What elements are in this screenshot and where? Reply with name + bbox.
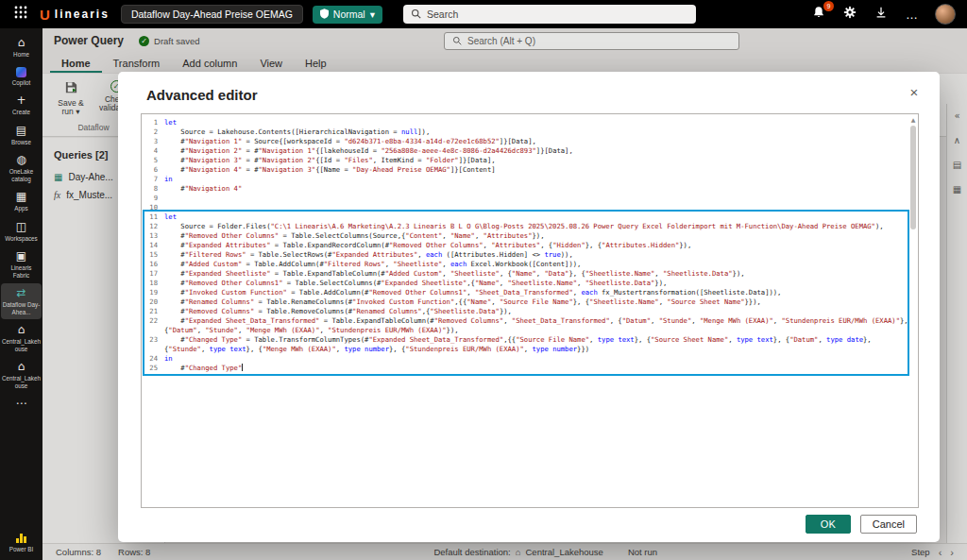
code-editor[interactable]: 1let2 Source = Lakehouse.Contents([Hiera… bbox=[141, 113, 919, 508]
advanced-editor-dialog: Advanced editor × 1let2 Source = Lakehou… bbox=[118, 72, 940, 542]
line-number: 8 bbox=[142, 184, 164, 194]
topbar-actions: 9 … bbox=[810, 4, 967, 25]
create-icon: + bbox=[16, 94, 25, 107]
left-nav-rail: ⌂HomeCopilot+Create▤Browse◍OneLake catal… bbox=[0, 28, 42, 560]
code-line: 16 #"Added Custom" = Table.AddColumn(#"F… bbox=[142, 260, 914, 269]
dialog-actions: OK Cancel bbox=[806, 515, 917, 534]
more-options-button[interactable]: … bbox=[904, 6, 921, 23]
sensitivity-label: Normal bbox=[333, 8, 365, 20]
line-number: 25 bbox=[142, 364, 164, 373]
code-line: 22 #"Expanded Sheet_Data_Transformed" = … bbox=[142, 316, 914, 335]
sensitivity-label-button[interactable]: Normal ▾ bbox=[313, 6, 382, 24]
dataflow-title-pill[interactable]: Dataflow Day-Ahead Preise OEMAG bbox=[121, 5, 303, 24]
line-number: 12 bbox=[142, 222, 164, 231]
linearis-logo-icon: U bbox=[40, 8, 50, 22]
code-line: 17 #"Expanded Sheetliste" = Table.Expand… bbox=[142, 269, 914, 279]
code-line-text: #"Expanded Sheet_Data_Transformed" = Tab… bbox=[164, 316, 914, 335]
close-icon[interactable]: × bbox=[904, 82, 925, 103]
code-line: 21 #"Removed Columns" = Table.RemoveColu… bbox=[142, 307, 914, 316]
line-number: 4 bbox=[142, 146, 164, 156]
sidebar-item-label: Power BI bbox=[9, 546, 34, 553]
sidebar-item-label: Create bbox=[12, 109, 30, 116]
code-line: 19 #"Invoked Custom Function" = Table.Ad… bbox=[142, 288, 914, 297]
search-icon bbox=[411, 8, 421, 21]
sidebar-item-dataflow-day-ahead[interactable]: ⇄Dataflow Day-Ahea... bbox=[1, 283, 42, 319]
code-line: 20 #"Renamed Columns" = Table.RenameColu… bbox=[142, 297, 914, 307]
line-number: 18 bbox=[142, 279, 164, 288]
code-lines: 1let2 Source = Lakehouse.Contents([Hiera… bbox=[142, 114, 918, 373]
code-line: 25 #"Changed Type" bbox=[142, 364, 914, 373]
code-line-text: Source = Folder.Files("C:\1 Linearis\A.6… bbox=[164, 222, 914, 231]
code-line: 3 #"Navigation 1" = Source{[workspaceId … bbox=[142, 137, 914, 146]
code-line-text: #"Navigation 2" = #"Navigation 1"{[lakeh… bbox=[164, 146, 914, 156]
code-line: 13 #"Removed Other Columns" = Table.Sele… bbox=[142, 231, 914, 241]
sidebar-item-copilot[interactable]: Copilot bbox=[1, 63, 42, 91]
code-line: 4 #"Navigation 2" = #"Navigation 1"{[lak… bbox=[142, 146, 914, 156]
code-line-text: in bbox=[164, 175, 914, 184]
settings-button[interactable] bbox=[841, 6, 858, 23]
code-line: 11let bbox=[142, 212, 914, 222]
code-line-text: #"Added Custom" = Table.AddColumn(#"Filt… bbox=[164, 260, 914, 269]
more-horizontal-icon: ⋯ bbox=[16, 398, 27, 410]
lakehouse-icon: ⌂ bbox=[18, 324, 25, 336]
sidebar-item-more[interactable]: ⋯ bbox=[1, 394, 42, 414]
browse-icon: ▤ bbox=[16, 125, 26, 137]
code-line-text: #"Navigation 4" bbox=[164, 184, 914, 194]
sidebar-item-label: Linearis Fabric bbox=[2, 264, 41, 279]
waffle-icon bbox=[14, 6, 27, 23]
code-line: 5 #"Navigation 3" = #"Navigation 2"{[Id … bbox=[142, 156, 914, 165]
code-line-text: #"Invoked Custom Function" = Table.AddCo… bbox=[164, 288, 914, 297]
sidebar-item-power-bi[interactable]: Power BI bbox=[9, 534, 34, 553]
line-number: 21 bbox=[142, 307, 164, 316]
code-line: 12 Source = Folder.Files("C:\1 Linearis\… bbox=[142, 222, 914, 231]
scrollbar-thumb[interactable] bbox=[910, 126, 916, 229]
sidebar-item-workspaces[interactable]: ◫Workspaces bbox=[1, 217, 42, 246]
code-line-text: #"Filtered Rows" = Table.SelectRows(#"Ex… bbox=[164, 250, 914, 260]
download-icon bbox=[874, 6, 888, 23]
code-line-text: in bbox=[164, 354, 914, 364]
code-line-text: #"Renamed Columns" = Table.RenameColumns… bbox=[164, 297, 914, 307]
code-line: 18 #"Removed Other Columns1" = Table.Sel… bbox=[142, 279, 914, 288]
line-number: 3 bbox=[142, 137, 164, 146]
editor-scrollbar[interactable]: ▲ bbox=[909, 116, 917, 505]
line-number: 5 bbox=[142, 156, 164, 165]
global-search-input[interactable]: Search bbox=[403, 5, 696, 24]
sidebar-items: ⌂HomeCopilot+Create▤Browse◍OneLake catal… bbox=[1, 33, 42, 415]
line-number: 7 bbox=[142, 175, 164, 184]
code-line: 8 #"Navigation 4" bbox=[142, 184, 914, 194]
sidebar-item-home[interactable]: ⌂Home bbox=[1, 33, 42, 62]
code-line-text: #"Changed Type" = Table.TransformColumnT… bbox=[164, 335, 914, 354]
code-line-text: let bbox=[164, 212, 914, 222]
code-line-text bbox=[164, 194, 914, 203]
linearis-logo[interactable]: U linearis bbox=[40, 8, 110, 22]
line-number: 13 bbox=[142, 231, 164, 241]
sidebar-item-central-lakehouse-1[interactable]: ⌂Central_Lakehouse bbox=[1, 320, 42, 356]
code-line: 15 #"Filtered Rows" = Table.SelectRows(#… bbox=[142, 250, 914, 260]
sidebar-item-label: Home bbox=[13, 51, 29, 59]
line-number: 20 bbox=[142, 297, 164, 307]
sidebar-item-label: OneLake catalog bbox=[2, 168, 41, 182]
line-number: 1 bbox=[142, 118, 164, 127]
notifications-button[interactable]: 9 bbox=[810, 6, 827, 23]
code-line-text: #"Navigation 3" = #"Navigation 2"{[Id = … bbox=[164, 156, 914, 165]
code-line: 10 bbox=[142, 203, 914, 212]
sidebar-item-create[interactable]: +Create bbox=[1, 91, 42, 120]
app-launcher-button[interactable] bbox=[8, 0, 34, 28]
user-avatar[interactable] bbox=[935, 4, 956, 25]
download-button[interactable] bbox=[873, 6, 890, 23]
power-bi-icon bbox=[16, 534, 26, 543]
code-line-text: #"Removed Other Columns1" = Table.Select… bbox=[164, 279, 914, 288]
ok-button[interactable]: OK bbox=[806, 515, 851, 534]
code-line-text: #"Expanded Attributes" = Table.ExpandRec… bbox=[164, 241, 914, 250]
text-cursor bbox=[242, 364, 243, 371]
sidebar-item-browse[interactable]: ▤Browse bbox=[1, 121, 42, 150]
sidebar-item-apps[interactable]: ▦Apps bbox=[1, 187, 42, 216]
onelake-catalog-icon: ◍ bbox=[16, 154, 25, 166]
logo-text: linearis bbox=[55, 8, 110, 21]
gear-icon bbox=[843, 6, 857, 23]
sidebar-item-onelake-catalog[interactable]: ◍OneLake catalog bbox=[1, 150, 42, 186]
sidebar-item-central-lakehouse-2[interactable]: ⌂Central_Lakehouse bbox=[1, 357, 42, 393]
cancel-button[interactable]: Cancel bbox=[860, 515, 917, 534]
scroll-up-icon: ▲ bbox=[909, 116, 917, 123]
sidebar-item-linearis-fabric[interactable]: ▣Linearis Fabric bbox=[1, 246, 42, 282]
